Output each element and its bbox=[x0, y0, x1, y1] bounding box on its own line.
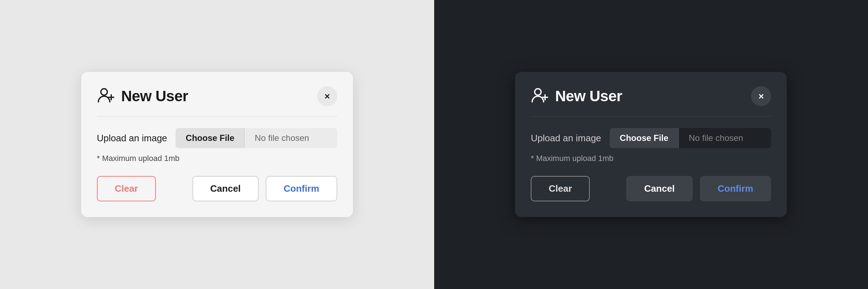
light-modal: New User × Upload an image Choose File N… bbox=[81, 72, 353, 217]
dark-panel: New User × Upload an image Choose File N… bbox=[434, 0, 868, 289]
divider-dark bbox=[531, 116, 771, 117]
file-input-wrapper: Choose File No file chosen bbox=[176, 128, 337, 148]
close-button-dark[interactable]: × bbox=[751, 86, 771, 106]
clear-button[interactable]: Clear bbox=[97, 176, 156, 201]
max-size-note: * Maximum upload 1mb bbox=[97, 154, 337, 163]
choose-file-button-dark[interactable]: Choose File bbox=[610, 128, 679, 148]
upload-row: Upload an image Choose File No file chos… bbox=[97, 128, 337, 148]
no-file-text-dark: No file chosen bbox=[679, 128, 771, 148]
clear-button-dark[interactable]: Clear bbox=[531, 176, 590, 201]
choose-file-button[interactable]: Choose File bbox=[176, 128, 245, 148]
modal-header-dark: New User × bbox=[531, 86, 771, 106]
cancel-button-dark[interactable]: Cancel bbox=[626, 176, 692, 201]
confirm-button-dark[interactable]: Confirm bbox=[700, 176, 771, 201]
svg-point-3 bbox=[535, 89, 541, 95]
modal-title-dark: New User bbox=[555, 88, 622, 105]
upload-label: Upload an image bbox=[97, 133, 167, 144]
no-file-text: No file chosen bbox=[245, 128, 337, 148]
cancel-button[interactable]: Cancel bbox=[192, 176, 259, 201]
modal-header: New User × bbox=[97, 86, 337, 106]
user-plus-icon bbox=[97, 86, 116, 106]
modal-title: New User bbox=[121, 88, 188, 105]
divider bbox=[97, 116, 337, 117]
title-group: New User bbox=[97, 86, 317, 106]
upload-label-dark: Upload an image bbox=[531, 133, 601, 144]
action-row-dark: Clear Cancel Confirm bbox=[531, 176, 771, 201]
file-input-wrapper-dark: Choose File No file chosen bbox=[610, 128, 771, 148]
title-group-dark: New User bbox=[531, 86, 751, 106]
close-button[interactable]: × bbox=[317, 86, 337, 106]
max-size-note-dark: * Maximum upload 1mb bbox=[531, 154, 771, 163]
light-panel: New User × Upload an image Choose File N… bbox=[0, 0, 434, 289]
user-plus-icon-dark bbox=[531, 86, 549, 106]
confirm-button[interactable]: Confirm bbox=[266, 176, 337, 201]
action-row: Clear Cancel Confirm bbox=[97, 176, 337, 201]
upload-row-dark: Upload an image Choose File No file chos… bbox=[531, 128, 771, 148]
dark-modal: New User × Upload an image Choose File N… bbox=[515, 72, 787, 217]
svg-point-0 bbox=[101, 89, 107, 95]
